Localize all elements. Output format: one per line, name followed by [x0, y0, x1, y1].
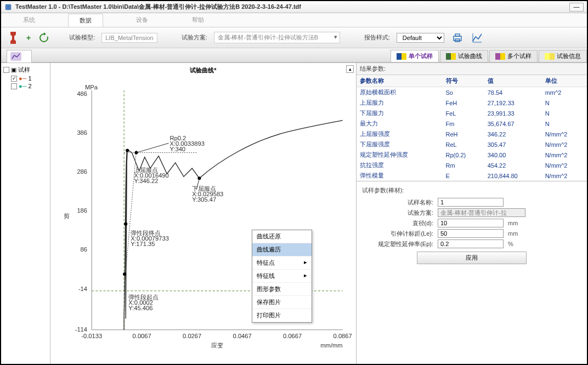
field-unit: mm — [508, 220, 524, 226]
apply-button[interactable]: 应用 — [417, 252, 527, 264]
field-input[interactable] — [438, 239, 504, 248]
svg-text:Y:346.22: Y:346.22 — [134, 178, 158, 184]
menu-print-image[interactable]: 打印图片 — [252, 309, 312, 322]
svg-text:486: 486 — [77, 90, 87, 97]
table-row: 上屈服强度ReH346.22N/mm^2 — [357, 129, 587, 139]
expand-chart-icon[interactable]: ▴ — [346, 65, 354, 73]
menu-graph-params[interactable]: 图形参数 — [252, 283, 312, 296]
scheme-label: 试验方案: — [182, 33, 207, 42]
x-axis-label: 应变 — [211, 342, 223, 349]
svg-point-28 — [197, 176, 201, 180]
right-pane: 结果参数: 参数名称 符号 值 单位 原始横截面积So78.54mm^2上屈服力… — [357, 63, 587, 364]
svg-text:-114: -114 — [75, 326, 87, 333]
tab-test-curve[interactable]: 试验曲线 — [440, 50, 488, 62]
menu-bar: 系统 数据 设备 帮助 — [1, 13, 587, 27]
checkbox-icon[interactable] — [3, 67, 9, 73]
menu-curve-restore[interactable]: 曲线还原 — [252, 230, 312, 243]
sample-tree: ▣ 试样 ✓●─ 1 ●─ 2 — [1, 63, 50, 364]
minimize-button[interactable]: — — [569, 3, 584, 12]
svg-rect-0 — [5, 4, 12, 10]
svg-text:0.0667: 0.0667 — [283, 333, 302, 339]
field-unit: % — [508, 241, 524, 247]
app-icon — [4, 3, 12, 11]
menu-feature-points[interactable]: 特征点▸ — [252, 256, 312, 270]
svg-point-30 — [123, 272, 126, 276]
menu-system[interactable]: 系统 — [12, 14, 46, 26]
field-label: 试样名称: — [362, 198, 433, 207]
field-label: 直径(d): — [362, 219, 433, 227]
view-tabstrip: 单个试样 试验曲线 多个试样 试验信息 — [1, 48, 587, 62]
table-row: 下屈服力FeL23,991.33N — [357, 108, 587, 118]
chart-pane: ▴ 试验曲线* -114 -14 86 186 286 386 486 — [50, 63, 357, 364]
svg-text:Y:340: Y:340 — [170, 146, 186, 153]
table-row: 最大力Fm35,674.67N — [357, 118, 587, 129]
svg-point-29 — [124, 223, 127, 226]
menu-help[interactable]: 帮助 — [181, 14, 215, 26]
table-row: 抗拉强度Rm454.22N/mm^2 — [357, 160, 587, 170]
field-input — [438, 208, 525, 217]
table-row: 规定塑性延伸强度Rp(0.2)340.00N/mm^2 — [357, 150, 587, 160]
model-label: 试验模型: — [69, 33, 95, 42]
title-bar: TestMaster 1.0 - D:\TestMaster 1.0\bin\D… — [1, 1, 587, 13]
field-unit: mm — [508, 230, 524, 237]
field-input[interactable] — [438, 229, 504, 238]
form-row: 规定塑性延伸率(Ep):% — [362, 239, 581, 248]
checkbox-icon[interactable] — [11, 83, 17, 89]
svg-text:286: 286 — [77, 168, 87, 175]
svg-text:0.0467: 0.0467 — [233, 333, 252, 339]
table-row: 弹性模量E210,844.80N/mm^2 — [357, 170, 587, 181]
svg-text:Y:305.47: Y:305.47 — [192, 196, 216, 203]
chart-canvas[interactable]: -114 -14 86 186 286 386 486 MPa 剪 -0.013… — [53, 76, 354, 361]
svg-point-26 — [126, 149, 129, 152]
y-unit-label: MPa — [85, 84, 98, 90]
svg-text:386: 386 — [77, 129, 87, 136]
y-axis-label: 剪 — [64, 213, 70, 220]
chart-tool-icon[interactable] — [471, 31, 484, 44]
menu-feature-lines[interactable]: 特征线▸ — [252, 270, 312, 283]
tab-single-sample[interactable]: 单个试样 — [391, 50, 439, 62]
tab-test-info[interactable]: 试验信息 — [539, 50, 587, 62]
tab-multi-sample[interactable]: 多个试样 — [489, 50, 538, 62]
svg-text:0.0267: 0.0267 — [183, 333, 201, 339]
svg-text:0.0867: 0.0867 — [333, 333, 352, 339]
results-table: 参数名称 符号 值 单位 原始横截面积So78.54mm^2上屈服力FeH27,… — [357, 75, 587, 181]
table-row: 下屈服强度ReL305.47N/mm^2 — [357, 139, 587, 150]
svg-text:-14: -14 — [78, 286, 87, 292]
field-label: 引伸计标距(Le): — [362, 230, 433, 238]
svg-text:Y:171.35: Y:171.35 — [131, 241, 155, 247]
field-label: 规定塑性延伸率(Ep): — [362, 240, 433, 248]
menu-device[interactable]: 设备 — [125, 14, 159, 26]
menu-data[interactable]: 数据 — [68, 14, 103, 27]
print-icon[interactable] — [451, 31, 464, 44]
svg-text:0.0067: 0.0067 — [133, 333, 151, 339]
menu-save-image[interactable]: 保存图片 — [252, 296, 312, 309]
form-row: 试样名称: — [362, 198, 581, 207]
tree-root[interactable]: ▣ 试样 — [3, 65, 48, 75]
form-row: 直径(d):mm — [362, 219, 581, 227]
field-label: 试验方案: — [362, 209, 433, 217]
field-input[interactable] — [438, 219, 504, 227]
toolbar: + 试验模型: LIB_MetalTension 试验方案: 金属-棒材-普通引… — [1, 27, 587, 48]
svg-rect-2 — [455, 34, 460, 36]
left-chart-tab[interactable] — [7, 50, 32, 62]
checkbox-icon[interactable]: ✓ — [11, 76, 17, 82]
tree-item-1[interactable]: ✓●─ 1 — [3, 75, 48, 82]
table-row: 上屈服力FeH27,192.33N — [357, 98, 587, 108]
tree-item-2[interactable]: ●─ 2 — [3, 82, 48, 90]
chart-title: 试验曲线* — [53, 65, 354, 76]
refresh-icon[interactable] — [37, 31, 50, 44]
form-row: 试验方案: — [362, 208, 581, 217]
results-title: 结果参数: — [357, 63, 587, 75]
svg-text:86: 86 — [81, 247, 87, 253]
specimen-red-icon[interactable] — [7, 31, 20, 44]
menu-curve-traverse[interactable]: 曲线遍历 — [252, 243, 312, 256]
field-input[interactable] — [438, 198, 504, 207]
scheme-combo[interactable]: 金属-棒材-普通引伸计-拉伸试验方法B — [214, 32, 340, 43]
report-style-select[interactable]: Default — [397, 33, 444, 43]
svg-text:-0.0133: -0.0133 — [81, 333, 102, 339]
model-value: LIB_MetalTension — [101, 33, 157, 43]
table-row: 原始横截面积So78.54mm^2 — [357, 87, 587, 98]
chart-context-menu: 曲线还原 曲线遍历 特征点▸ 特征线▸ 图形参数 保存图片 打印图片 — [252, 230, 312, 323]
svg-text:186: 186 — [77, 207, 87, 214]
form-row: 引伸计标距(Le):mm — [362, 229, 581, 238]
